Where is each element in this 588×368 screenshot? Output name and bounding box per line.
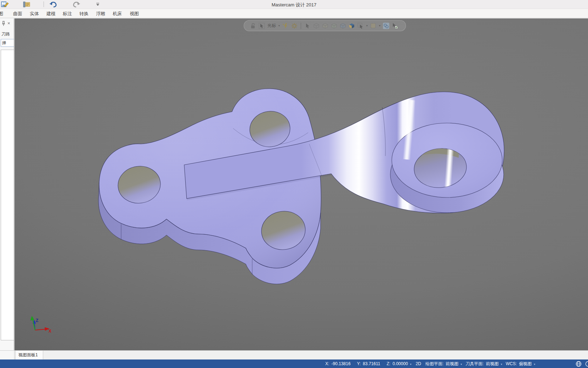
select-window-icon[interactable] (313, 23, 320, 29)
tab-machine[interactable]: 机床 (113, 11, 122, 17)
select-vector-icon[interactable] (331, 23, 337, 29)
validate-select-icon[interactable] (392, 23, 398, 29)
toolpaths-panel: × 刀路 (0, 18, 14, 350)
select-polygon-icon[interactable] (322, 23, 328, 29)
cplane-dropdown-caret[interactable]: ▾ (460, 363, 462, 366)
tplane-value: 前视图 (486, 361, 499, 367)
view-sheet-tab[interactable]: 视图面板1 (15, 351, 43, 359)
axis-z-label: Z (36, 318, 38, 323)
cursor-mode-icon[interactable] (259, 23, 265, 29)
wcs-selector[interactable]: WCS: 俯视图 ▾ (506, 361, 537, 367)
tab-solids[interactable]: 实体 (30, 11, 39, 17)
select-only-caret[interactable]: ▾ (379, 24, 380, 27)
axes-gnomon: Z X (30, 316, 52, 334)
view-tab-strip: 视图面板1 (15, 350, 588, 359)
tab-transform[interactable]: 转换 (79, 11, 89, 17)
cplane-selector[interactable]: 绘图平面: 前视图 ▾ (425, 361, 463, 367)
partial-circle-icon[interactable] (585, 361, 588, 367)
cplane-value: 前视图 (446, 361, 458, 367)
view-sheet-bar: 视图面板1 (0, 350, 588, 359)
panel-footer (0, 350, 15, 359)
axis-x-label: X (49, 329, 51, 334)
tab-art[interactable]: 浮雕 (96, 11, 105, 17)
tab-wireframe-partial[interactable]: 图 (0, 11, 3, 17)
coordinate-z-readout[interactable]: Z: 0.00000 ▾ (387, 361, 413, 366)
select-arrow-icon[interactable] (304, 23, 311, 29)
ribbon-tab-bar: 图 曲面 实体 建模 标注 转换 浮雕 机床 视图 (0, 9, 588, 18)
globe-icon[interactable] (576, 361, 582, 367)
tab-drafting[interactable]: 标注 (63, 11, 72, 17)
cursor-label[interactable]: 光标 (267, 23, 276, 29)
viewport-canvas[interactable]: Z X 光标 ▾ (15, 18, 588, 350)
status-bar: X: -90.13816 Y: 83.71611 Z: 0.00000 ▾ 2D… (0, 359, 588, 368)
window-title: Mastercam 设计 2017 (0, 2, 588, 8)
mode-2d3d-toggle[interactable]: 2D (416, 361, 421, 366)
tab-surfaces[interactable]: 曲面 (13, 11, 22, 17)
z-dropdown-caret[interactable]: ▾ (410, 363, 412, 366)
toolpaths-filter-input[interactable] (1, 39, 14, 47)
coordinate-y-value: 83.71611 (363, 361, 380, 366)
app-window: Mastercam 设计 2017 图 曲面 实体 建模 标注 转换 浮雕 机床… (0, 0, 588, 368)
toolpaths-panel-title: 刀路 (1, 31, 10, 37)
close-icon[interactable]: × (7, 21, 10, 26)
autocursor-bolt-icon[interactable] (282, 23, 289, 29)
select-all-icon[interactable] (357, 23, 364, 29)
coordinate-x-value: -90.13816 (332, 361, 351, 366)
coordinate-z-value: 0.00000 (392, 361, 408, 366)
tab-model-prep[interactable]: 建模 (46, 11, 56, 17)
tab-view[interactable]: 视图 (130, 11, 139, 17)
tplane-dropdown-caret[interactable]: ▾ (501, 363, 502, 366)
wcs-value: 俯视图 (519, 361, 532, 367)
coordinate-x-readout: X: -90.13816 (325, 361, 350, 366)
selection-toolbar: 光标 ▾ (244, 20, 406, 31)
cursor-dropdown-caret[interactable]: ▾ (278, 24, 280, 27)
title-bar: Mastercam 设计 2017 (0, 0, 588, 9)
unlock-icon[interactable] (250, 23, 256, 29)
pin-icon[interactable] (1, 21, 6, 26)
select-only-icon[interactable] (370, 23, 377, 29)
select-solid-icon[interactable] (340, 23, 346, 29)
part-3d-model: Z X (15, 18, 588, 350)
select-face-cube-icon[interactable] (349, 23, 355, 29)
wcs-dropdown-caret[interactable]: ▾ (534, 363, 535, 366)
gear-icon[interactable] (291, 23, 298, 29)
coordinate-y-readout: Y: 83.71611 (357, 361, 380, 366)
toolpaths-list[interactable] (1, 50, 14, 340)
selection-toolbar-divider (301, 23, 301, 29)
select-all-caret[interactable]: ▾ (366, 24, 368, 27)
tplane-selector[interactable]: 刀具平面: 前视图 ▾ (465, 361, 503, 367)
feature-select-icon[interactable] (383, 23, 389, 29)
